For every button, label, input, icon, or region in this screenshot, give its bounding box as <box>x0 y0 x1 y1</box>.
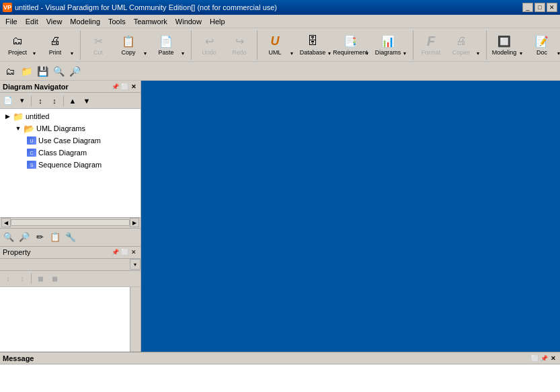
diagrams-button[interactable]: 📊 Diagrams <box>373 31 403 59</box>
nav-btn-sort2[interactable]: ↕ <box>48 95 61 107</box>
scroll-track[interactable] <box>11 219 130 226</box>
redo-button[interactable]: ↪ Redo <box>225 31 254 59</box>
nav-float-button[interactable]: ⬜ <box>120 83 128 91</box>
bottom-panel: Message ⬜ 📌 ✕ <box>0 352 560 392</box>
requirement-icon: 📑 <box>343 34 358 48</box>
copy-dropdown[interactable]: ▾ <box>144 31 151 59</box>
strip-btn-3[interactable]: ✏ <box>32 230 47 245</box>
prop-btn-4[interactable]: ◼ <box>48 272 61 284</box>
close-button[interactable]: ✕ <box>547 3 557 12</box>
uml-diagrams-label: UML Diagrams <box>36 124 85 132</box>
database-button[interactable]: 🗄 Database <box>298 31 327 59</box>
toolbar2-btn-1[interactable]: 🗂 <box>3 64 17 79</box>
copy-button[interactable]: 📋 Copy <box>114 31 143 59</box>
menu-teamwork[interactable]: Teamwork <box>130 16 171 27</box>
menu-view[interactable]: View <box>42 16 67 27</box>
diagrams-dropdown[interactable]: ▾ <box>403 31 410 59</box>
menu-help[interactable]: Help <box>206 16 229 27</box>
toolbar2-btn-5[interactable]: 🔎 <box>67 64 82 79</box>
nav-pin-button[interactable]: 📌 <box>111 83 119 91</box>
cut-label: Cut <box>93 50 103 56</box>
strip-btn-2[interactable]: 🔎 <box>17 230 32 245</box>
msg-pin-button[interactable]: 📌 <box>540 354 548 362</box>
toolbar2-btn-2[interactable]: 📁 <box>19 64 34 79</box>
modeling-button[interactable]: 🔲 Modeling <box>489 31 519 59</box>
strip-btn-5[interactable]: 🔧 <box>63 230 78 245</box>
project-dropdown[interactable]: ▾ <box>33 31 40 59</box>
prop-pin-button[interactable]: 📌 <box>111 248 119 256</box>
prop-btn-3[interactable]: ◼ <box>34 272 47 284</box>
canvas-area[interactable] <box>141 81 560 352</box>
prop-sort-btn[interactable]: ↕ <box>1 272 15 284</box>
property-scrollbar-v[interactable] <box>130 287 141 352</box>
nav-toolbar: 📄 ▾ ↕ ↕ ▲ ▼ <box>0 93 141 109</box>
menu-edit[interactable]: Edit <box>22 16 42 27</box>
paste-label: Paste <box>158 50 173 56</box>
cut-icon: ✂ <box>91 34 106 48</box>
scroll-right-btn[interactable]: ▶ <box>130 218 139 227</box>
print-dropdown[interactable]: ▾ <box>71 31 77 59</box>
copier-button[interactable]: 🖨 Copier <box>446 31 476 59</box>
nav-scrollbar-h[interactable]: ◀ ▶ <box>0 217 141 228</box>
doc-label: Doc <box>536 50 547 56</box>
copier-dropdown[interactable]: ▾ <box>477 31 483 59</box>
strip-btn-4[interactable]: 📋 <box>48 230 63 245</box>
menu-file[interactable]: File <box>1 16 22 27</box>
message-header: Message ⬜ 📌 ✕ <box>0 352 560 364</box>
prop-scroll-down[interactable]: ▾ <box>130 259 141 270</box>
root-folder-icon: 📁 <box>13 112 24 122</box>
requirement-button[interactable]: 📑 Requirement <box>335 31 365 59</box>
tree-class-diagram[interactable]: C Class Diagram <box>24 147 139 159</box>
cut-button[interactable]: ✂ Cut <box>83 31 113 59</box>
print-button[interactable]: 🖨 Print <box>40 31 70 59</box>
project-button[interactable]: 🗂 Project <box>3 31 32 59</box>
requirement-dropdown[interactable]: ▾ <box>366 31 372 59</box>
paste-dropdown[interactable]: ▾ <box>182 31 188 59</box>
toolbar2-btn-4[interactable]: 🔍 <box>51 64 66 79</box>
msg-float-button[interactable]: ⬜ <box>530 354 538 362</box>
toolbar-group-uml: U UML ▾ 🗄 Database ▾ 📑 Requirement ▾ 📊 D… <box>260 30 413 60</box>
message-content <box>0 364 560 392</box>
menu-tools[interactable]: Tools <box>104 16 130 27</box>
doc-button[interactable]: 📝 Doc <box>527 31 557 59</box>
diagrams-icon: 📊 <box>381 34 395 48</box>
prop-sort-btn2[interactable]: ↕ <box>15 272 29 284</box>
modeling-dropdown[interactable]: ▾ <box>520 31 526 59</box>
undo-button[interactable]: ↩ Undo <box>194 31 224 59</box>
tree-use-case-diagram[interactable]: U Use Case Diagram <box>24 134 139 147</box>
nav-btn-down[interactable]: ▼ <box>80 95 93 107</box>
nav-btn-up[interactable]: ▲ <box>66 95 79 107</box>
doc-dropdown[interactable]: ▾ <box>557 31 560 59</box>
undo-icon: ↩ <box>202 34 216 48</box>
nav-btn-new[interactable]: 📄 <box>1 95 15 107</box>
copy-label: Copy <box>121 50 135 56</box>
copier-icon: 🖨 <box>454 34 469 48</box>
toolbar-group-format: F Format 🖨 Copier ▾ <box>416 30 487 60</box>
diagram-navigator-controls: 📌 ⬜ ✕ <box>111 83 138 91</box>
minimize-button[interactable]: _ <box>522 3 533 12</box>
prop-close-button[interactable]: ✕ <box>130 248 138 256</box>
tree-root-item[interactable]: ▶ 📁 untitled <box>1 110 139 122</box>
menu-modeling[interactable]: Modeling <box>66 16 104 27</box>
format-button[interactable]: F Format <box>416 31 446 59</box>
maximize-button[interactable]: □ <box>534 3 545 12</box>
scroll-left-btn[interactable]: ◀ <box>1 218 11 227</box>
strip-btn-1[interactable]: 🔍 <box>1 230 16 245</box>
root-expand-icon: ▶ <box>4 113 11 120</box>
uml-dropdown[interactable]: ▾ <box>290 31 297 59</box>
tree-sequence-diagram[interactable]: S Sequence Diagram <box>24 159 139 171</box>
nav-btn-dropdown[interactable]: ▾ <box>15 95 29 107</box>
toolbar2-btn-3[interactable]: 💾 <box>35 64 50 79</box>
prop-float-button[interactable]: ⬜ <box>120 248 128 256</box>
title-bar-left: VP untitled - Visual Paradigm for UML Co… <box>3 3 277 12</box>
nav-close-button[interactable]: ✕ <box>130 83 138 91</box>
uml-button[interactable]: U UML <box>260 31 290 59</box>
print-label: Print <box>49 50 62 56</box>
uml-expand-icon: ▼ <box>15 125 22 132</box>
nav-separator <box>31 95 32 106</box>
menu-window[interactable]: Window <box>171 16 206 27</box>
tree-uml-diagrams[interactable]: ▼ 📂 UML Diagrams <box>12 122 139 134</box>
msg-close-button[interactable]: ✕ <box>549 354 557 362</box>
nav-btn-sort[interactable]: ↕ <box>34 95 47 107</box>
paste-button[interactable]: 📄 Paste <box>151 31 181 59</box>
